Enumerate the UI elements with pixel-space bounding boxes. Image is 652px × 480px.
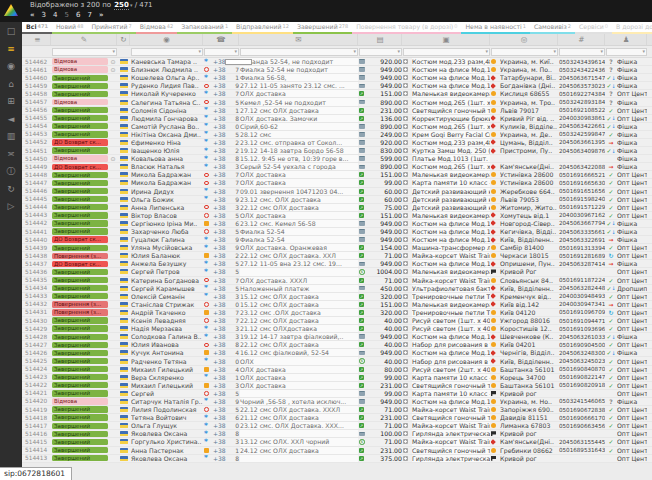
- status-badge[interactable]: Завершений: [52, 277, 108, 283]
- order-row[interactable]: 514458ЗавершенийНиколай Кучеренко*+387ОЛ…: [22, 90, 652, 98]
- tracking-number[interactable]: 0501692108522: [559, 107, 605, 114]
- call-source-icon[interactable]: [204, 317, 212, 324]
- tracking-number[interactable]: [559, 268, 605, 275]
- order-row[interactable]: 514444ЗавершенийАнна Липенська+38322.12 …: [22, 204, 652, 212]
- filter-comment[interactable]: ▾: [240, 48, 358, 56]
- order-row[interactable]: 514442ЗавершенийСергіюнко Іріна Ми..+386…: [22, 220, 652, 228]
- status-badge[interactable]: Повернення (з...: [52, 301, 108, 307]
- tab-1[interactable]: Новий48: [52, 22, 88, 34]
- status-badge[interactable]: Завершений: [52, 334, 108, 340]
- sidebar-item-announce-icon[interactable]: ◄: [8, 115, 15, 124]
- order-row[interactable]: 514446ЗавершенийИрина Дидух*+38709.01 зв…: [22, 188, 652, 196]
- tracking-number[interactable]: 0501690904500: [559, 341, 605, 348]
- tracking-number[interactable]: [559, 455, 605, 462]
- call-source-icon[interactable]: *: [204, 196, 212, 203]
- call-source-icon[interactable]: *: [204, 268, 212, 275]
- order-row[interactable]: 514450Відмова⊙Ковальова анна*+38815.12. …: [22, 155, 652, 163]
- status-badge[interactable]: Завершений: [52, 269, 108, 275]
- order-row[interactable]: 514445ЗавершенийОльга Божик*+38923.12 см…: [22, 196, 652, 204]
- status-badge[interactable]: Завершений: [52, 406, 108, 412]
- call-source-icon[interactable]: *: [204, 131, 212, 138]
- sidebar-item-video-icon[interactable]: ▷: [8, 202, 15, 211]
- call-source-icon[interactable]: [204, 349, 212, 356]
- call-source-icon[interactable]: [204, 390, 212, 397]
- status-badge[interactable]: ДО Возврат ск...: [52, 164, 108, 170]
- filter-company[interactable]: ▾: [606, 48, 647, 56]
- filter-product[interactable]: ▾: [403, 48, 490, 56]
- status-badge[interactable]: Повернення (з...: [52, 309, 108, 315]
- call-source-icon[interactable]: [204, 179, 212, 186]
- column-header-phone[interactable]: ☎: [204, 34, 239, 45]
- sidebar-item-screen-icon[interactable]: □: [7, 27, 16, 36]
- call-source-icon[interactable]: *: [204, 155, 212, 162]
- status-badge[interactable]: Завершений: [52, 75, 108, 81]
- order-row[interactable]: 514453ЗавершенийНікітіна Оксана Дми..*+3…: [22, 131, 652, 139]
- tab-all[interactable]: Всі471: [22, 22, 52, 34]
- column-header-price[interactable]: ▤: [359, 34, 402, 45]
- tracking-number[interactable]: 0503242893184: [559, 98, 605, 105]
- status-badge[interactable]: ДО Возврат ск...: [52, 236, 108, 242]
- call-source-icon[interactable]: *: [204, 107, 212, 114]
- tracking-number[interactable]: 20450632483003: [559, 349, 605, 356]
- tracking-number[interactable]: 0501691571229: [559, 204, 605, 211]
- status-badge[interactable]: Завершений: [52, 325, 108, 331]
- status-badge[interactable]: Завершений: [52, 212, 108, 218]
- tracking-number[interactable]: 20450636715475: [559, 74, 605, 81]
- column-header-address[interactable]: ◎: [491, 34, 558, 45]
- order-row[interactable]: 514424ЗавершенийМихаил Гилецький+384ОЛХ …: [22, 366, 652, 374]
- status-badge[interactable]: Відмова: [52, 155, 108, 161]
- status-badge[interactable]: Завершений: [52, 414, 108, 420]
- order-row[interactable]: 514418ЗавершенийТетяна Войтович*+38621.1…: [22, 414, 652, 422]
- tracking-number[interactable]: 20450634098760: [559, 147, 605, 154]
- status-badge[interactable]: Завершений: [52, 83, 108, 89]
- order-row[interactable]: 514451ЗавершенийІващенко Юлія*+38219.12 …: [22, 147, 652, 155]
- status-badge[interactable]: Завершений: [52, 204, 108, 210]
- call-source-icon[interactable]: *: [204, 188, 212, 195]
- sidebar-item-cart-icon[interactable]: ⊞: [7, 97, 15, 106]
- status-badge[interactable]: Завершений: [52, 317, 108, 323]
- call-source-icon[interactable]: *: [204, 244, 212, 251]
- call-source-icon[interactable]: [204, 277, 212, 284]
- column-header-product[interactable]: ▣: [403, 34, 490, 45]
- page-button-5[interactable]: 5: [64, 11, 68, 19]
- call-source-icon[interactable]: [204, 82, 212, 89]
- status-badge[interactable]: Завершений: [52, 366, 108, 372]
- tracking-number[interactable]: 0501691187224: [559, 277, 605, 284]
- first-page-button[interactable]: «: [30, 11, 35, 19]
- call-source-icon[interactable]: [204, 204, 212, 211]
- call-source-icon[interactable]: *: [204, 123, 212, 130]
- status-badge[interactable]: Завершений: [52, 439, 108, 445]
- tracking-number[interactable]: 0503241546065: [559, 398, 605, 405]
- tracking-number[interactable]: 20450632824487: [559, 285, 605, 292]
- call-source-icon[interactable]: [204, 228, 212, 235]
- tracking-number[interactable]: 20450636677947: [559, 220, 605, 227]
- order-row[interactable]: 514427ЗавершенийЮлия Иванова+38822.12 см…: [22, 341, 652, 349]
- order-row[interactable]: 514417ЗавершенийОльга Глущук*+38023.12 с…: [22, 422, 652, 430]
- tab-8[interactable]: Нема в наявності1: [461, 22, 529, 34]
- call-source-icon[interactable]: *: [204, 438, 212, 445]
- call-source-icon[interactable]: *: [204, 74, 212, 81]
- call-source-icon[interactable]: *: [204, 414, 212, 421]
- tab-3[interactable]: Відмова42: [136, 22, 178, 34]
- column-header-ttn[interactable]: #: [559, 34, 605, 45]
- status-badge[interactable]: Завершений: [52, 293, 108, 299]
- order-row[interactable]: 514421ЗавершенийСергей+38599.00Карта пам…: [22, 390, 652, 398]
- tracking-number[interactable]: 0501690663456: [559, 422, 605, 429]
- call-source-icon[interactable]: [204, 98, 212, 105]
- tracking-number[interactable]: 20450634220880: [559, 163, 605, 170]
- call-source-icon[interactable]: *: [204, 139, 212, 146]
- tracking-number[interactable]: 0501690672838: [559, 406, 605, 413]
- status-badge[interactable]: Завершений: [52, 423, 108, 429]
- order-row[interactable]: 514432Повернення (з...Станіслав Стрижак+…: [22, 301, 652, 309]
- call-source-icon[interactable]: *: [204, 333, 212, 340]
- filter-status[interactable]: ▾: [52, 48, 117, 56]
- order-row[interactable]: 514429ЗавершенийНадія Мерзаєва*+38321.12…: [22, 325, 652, 333]
- order-row[interactable]: 514413ЗавершенийЯковлева Оксана*+388↗375…: [22, 455, 652, 463]
- call-source-icon[interactable]: [204, 212, 212, 219]
- order-row[interactable]: 514449ДО Возврат ск...Власюк Наталья*+38…: [22, 163, 652, 171]
- order-row[interactable]: 514428ЗавершенийСолодкова Галина В..*+38…: [22, 333, 652, 341]
- tab-4[interactable]: Запакований1: [177, 22, 232, 34]
- order-row[interactable]: 514431Повернення (з...Андрій Ткаченко+38…: [22, 309, 652, 317]
- tab-2[interactable]: Прийнятий7: [87, 22, 135, 34]
- order-row[interactable]: 514423ЗавершенийВера Скляренко*+381ОЛХ д…: [22, 374, 652, 382]
